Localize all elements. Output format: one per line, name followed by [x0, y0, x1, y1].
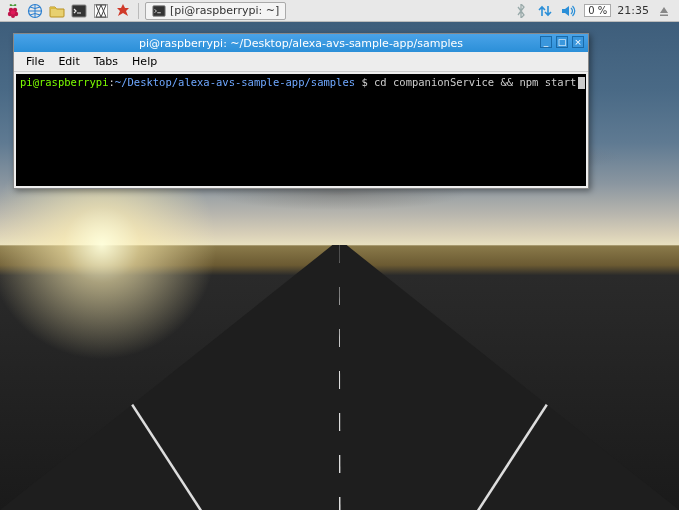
svg-point-5 — [11, 14, 15, 18]
terminal-icon — [152, 4, 166, 18]
mathematica-icon[interactable] — [92, 2, 110, 20]
menu-help[interactable]: Help — [126, 53, 163, 70]
road — [0, 245, 679, 510]
task-button-label: [pi@raspberrypi: ~] — [170, 4, 279, 17]
menu-file[interactable]: File — [20, 53, 50, 70]
network-updown-icon[interactable] — [536, 2, 554, 20]
terminal-window[interactable]: pi@raspberrypi: ~/Desktop/alexa-avs-samp… — [13, 33, 589, 189]
road-edge-right — [477, 245, 652, 510]
window-controls: _ □ × — [540, 36, 584, 48]
taskbar-launchers: [pi@raspberrypi: ~] — [0, 2, 290, 20]
prompt-path: ~/Desktop/alexa-avs-sample-app/samples — [115, 76, 355, 88]
menu-edit[interactable]: Edit — [52, 53, 85, 70]
window-close-button[interactable]: × — [572, 36, 584, 48]
taskbar: [pi@raspberrypi: ~] 0 % 21:35 — [0, 0, 679, 22]
wolfram-icon[interactable] — [114, 2, 132, 20]
window-titlebar[interactable]: pi@raspberrypi: ~/Desktop/alexa-avs-samp… — [14, 34, 588, 52]
cpu-usage-badge[interactable]: 0 % — [584, 4, 611, 17]
menu-raspberry-icon[interactable] — [4, 2, 22, 20]
svg-rect-7 — [72, 5, 86, 17]
clock[interactable]: 21:35 — [617, 4, 649, 17]
prompt-sigil: $ — [355, 76, 374, 88]
window-maximize-button[interactable]: □ — [556, 36, 568, 48]
window-minimize-button[interactable]: _ — [540, 36, 552, 48]
terminal-cursor — [578, 77, 585, 89]
volume-icon[interactable] — [560, 2, 578, 20]
prompt-command: cd companionService && npm start — [374, 76, 576, 88]
system-tray: 0 % 21:35 — [506, 2, 679, 20]
prompt-user-host: pi@raspberrypi — [20, 76, 109, 88]
menu-tabs[interactable]: Tabs — [88, 53, 124, 70]
eject-icon[interactable] — [655, 2, 673, 20]
bluetooth-icon[interactable] — [512, 2, 530, 20]
terminal-menubar: File Edit Tabs Help — [14, 52, 588, 72]
road-edge-left — [27, 245, 202, 510]
svg-rect-9 — [153, 5, 165, 16]
file-manager-icon[interactable] — [48, 2, 66, 20]
taskbar-separator — [138, 3, 139, 19]
browser-globe-icon[interactable] — [26, 2, 44, 20]
taskbar-task-terminal[interactable]: [pi@raspberrypi: ~] — [145, 2, 286, 20]
terminal-icon[interactable] — [70, 2, 88, 20]
window-title: pi@raspberrypi: ~/Desktop/alexa-avs-samp… — [139, 37, 463, 50]
terminal-body[interactable]: pi@raspberrypi:~/Desktop/alexa-avs-sampl… — [16, 74, 586, 186]
